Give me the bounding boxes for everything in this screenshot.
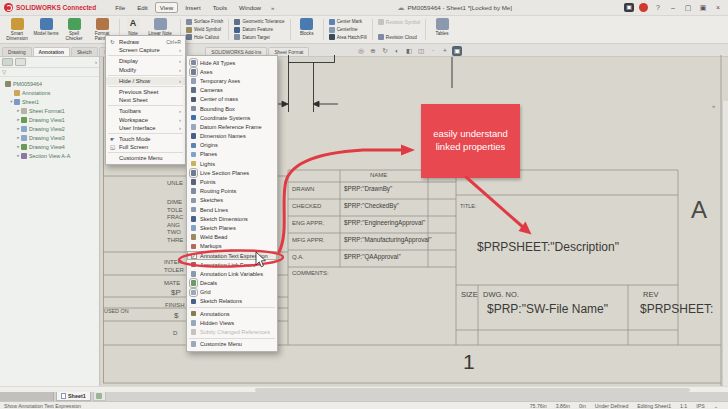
menubar-item-file[interactable]: File	[110, 2, 130, 13]
tree-item-section-view-a-a[interactable]: ▸Section View A-A	[0, 151, 99, 160]
menu-item-customize-menu[interactable]: Customize Menu	[187, 340, 277, 349]
menu-item-decals[interactable]: Decals	[187, 279, 277, 288]
collapse-chevron-icon[interactable]: «	[712, 103, 715, 109]
toolbar-item-datum-target[interactable]: Datum Target	[234, 33, 284, 41]
menu-item-live-section-planes[interactable]: Live Section Planes	[187, 168, 277, 177]
toolbar-item-datum-feature[interactable]: Datum Feature	[234, 26, 284, 34]
menu-item-screen-capture[interactable]: Screen Capture›	[106, 46, 185, 54]
menu-item-toolbars[interactable]: Toolbars›	[106, 107, 185, 115]
toolbar-button-spell-checker[interactable]: Spell Checker	[60, 17, 88, 42]
popout-icon[interactable]: ▣	[698, 3, 708, 13]
menu-item-customize-menu[interactable]: Customize Menu	[106, 154, 185, 162]
menu-item-origins[interactable]: Origins	[187, 141, 277, 150]
display-style-icon[interactable]: ◫	[416, 46, 426, 56]
menu-item-display[interactable]: Display›	[106, 57, 185, 65]
menubar-item-insert[interactable]: Insert	[180, 2, 205, 13]
menu-item-bend-lines[interactable]: Bend Lines	[187, 205, 277, 214]
menubar-overflow-icon[interactable]: »	[268, 5, 277, 11]
menu-item-weld-bead[interactable]: Weld Bead	[187, 233, 277, 242]
menubar-item-edit[interactable]: Edit	[132, 2, 153, 13]
tree-item-sheet1[interactable]: ▾Sheet1	[0, 97, 99, 106]
menu-item-annotation-link-errors[interactable]: Annotation Link Errors	[187, 260, 277, 269]
toolbar-item-hole-callout[interactable]: Hole Callout	[186, 33, 223, 41]
zoom-to-area-icon[interactable]: ⊕	[368, 46, 378, 56]
menu-item-bounding-box[interactable]: Bounding Box	[187, 104, 277, 113]
menu-item-modify[interactable]: Modify›	[106, 66, 185, 74]
menu-item-sketch-relations[interactable]: Sketch Relations	[187, 297, 277, 306]
toolbar-button-blocks[interactable]: Blocks	[294, 17, 320, 42]
menu-item-routing-points[interactable]: Routing Points	[187, 187, 277, 196]
toolbar-item-centerline[interactable]: Centerline	[329, 26, 367, 34]
toolbar-item-surface-finish[interactable]: Surface Finish	[186, 18, 223, 26]
featuremanager-tab-icon[interactable]	[2, 58, 13, 66]
menu-item-next-sheet[interactable]: Next Sheet	[106, 96, 185, 104]
tree-item-drawing-view1[interactable]: ▸Drawing View1	[0, 115, 99, 124]
menu-item-hide-show[interactable]: Hide / Show›	[106, 77, 185, 85]
zoom-to-fit-icon[interactable]: ◎	[356, 46, 366, 56]
menu-item-workspace[interactable]: Workspace›	[106, 116, 185, 124]
menu-item-hide-all-types[interactable]: Hide All Types	[187, 58, 277, 67]
menu-item-annotation-text-expression[interactable]: ✓Annotation Text Expression	[187, 251, 277, 260]
user-avatar[interactable]	[639, 3, 648, 12]
help-icon[interactable]: ?	[653, 3, 663, 13]
tab-drawing[interactable]: Drawing	[2, 47, 32, 56]
menu-item-touch-mode[interactable]: ☛Touch Mode	[106, 135, 185, 143]
menu-item-points[interactable]: Points	[187, 177, 277, 186]
tree-filter[interactable]: ▽	[0, 68, 99, 77]
section-view-icon[interactable]: ◐	[392, 46, 402, 56]
menu-item-axes[interactable]: Axes	[187, 67, 277, 76]
tree-item-sheet-format1[interactable]: ▸Sheet Format1	[0, 106, 99, 115]
sheet-tab-scroll-area[interactable]	[0, 392, 54, 401]
menu-item-temporary-axes[interactable]: Temporary Axes	[187, 76, 277, 85]
menubar-item-window[interactable]: Window	[234, 2, 266, 13]
toolbar-item-geometric-tolerance[interactable]: Geometric Tolerance	[234, 18, 284, 26]
toolbar-item-revision-cloud[interactable]: Revision Cloud	[378, 33, 420, 41]
edit-appearance-icon[interactable]: +	[440, 46, 450, 56]
minimize-icon[interactable]: –	[668, 3, 678, 13]
tab-sketch[interactable]: Sketch	[71, 47, 98, 56]
toolbar-button-model-items[interactable]: Model Items	[32, 17, 60, 42]
view-orientation-icon[interactable]: ◧	[404, 46, 414, 56]
view-settings-icon[interactable]: ▣	[452, 46, 462, 56]
previous-view-icon[interactable]: ↻	[380, 46, 390, 56]
toolbar-button-smart-dimension[interactable]: Smart Dimension	[2, 17, 32, 42]
displaymanager-tab-icon[interactable]	[15, 58, 26, 66]
tree-item-annotations[interactable]: Annotations	[0, 88, 99, 97]
hide-show-items-icon[interactable]: ·	[428, 46, 438, 56]
menu-item-dimension-names[interactable]: Dimension Names	[187, 132, 277, 141]
task-pane-strip[interactable]	[722, 101, 728, 409]
menu-item-datum-reference-frame[interactable]: Datum Reference Frame	[187, 122, 277, 131]
menu-item-grid[interactable]: Grid	[187, 288, 277, 297]
menu-item-redraw[interactable]: ↻RedrawCtrl+R	[106, 38, 185, 46]
menu-item-cameras[interactable]: Cameras	[187, 86, 277, 95]
menu-item-user-interface[interactable]: User Interface›	[106, 124, 185, 132]
menu-item-previous-sheet[interactable]: Previous Sheet	[106, 88, 185, 96]
tree-item-drawing-view3[interactable]: ▸Drawing View3	[0, 133, 99, 142]
units-dropdown-icon[interactable]: ⌄	[714, 403, 718, 409]
menu-item-hidden-views[interactable]: Hidden Views	[187, 318, 277, 327]
restore-icon[interactable]: ▢	[683, 3, 693, 13]
tab-annotation[interactable]: Annotation	[33, 47, 70, 56]
menu-item-annotation-link-variables[interactable]: Annotation Link Variables	[187, 269, 277, 278]
close-icon[interactable]: ×	[713, 3, 723, 13]
menubar-item-view[interactable]: View	[155, 2, 178, 13]
toolbar-item-weld-symbol[interactable]: Weld Symbol	[186, 26, 223, 34]
toolbar-item-center-mark[interactable]: Center Mark	[329, 18, 367, 26]
menu-item-full-screen[interactable]: ◱Full Screen	[106, 143, 185, 151]
3dexperience-app-icon[interactable]: ▣	[624, 3, 634, 12]
add-sheet-tab[interactable]	[93, 392, 106, 401]
toolbar-item-area-hatch-fill[interactable]: Area Hatch/Fill	[329, 33, 367, 41]
menu-item-sketch-planes[interactable]: Sketch Planes	[187, 223, 277, 232]
toolbar-button-tables[interactable]: Tables	[429, 17, 455, 42]
tree-item-root[interactable]: PM0059464	[0, 79, 99, 88]
menu-item-lights[interactable]: Lights	[187, 159, 277, 168]
menu-item-center-of-mass[interactable]: Center of mass	[187, 95, 277, 104]
tree-item-drawing-view4[interactable]: ▸Drawing View4	[0, 142, 99, 151]
menu-item-planes[interactable]: Planes	[187, 150, 277, 159]
menubar-item-tools[interactable]: Tools	[208, 2, 232, 13]
menu-item-sketches[interactable]: Sketches	[187, 196, 277, 205]
panel-expand-icon[interactable]: ›	[95, 59, 97, 65]
menu-item-annotations[interactable]: Annotations	[187, 309, 277, 318]
menu-item-sketch-dimensions[interactable]: Sketch Dimensions	[187, 214, 277, 223]
menu-item-coordinate-systems[interactable]: Coordinate Systems	[187, 113, 277, 122]
